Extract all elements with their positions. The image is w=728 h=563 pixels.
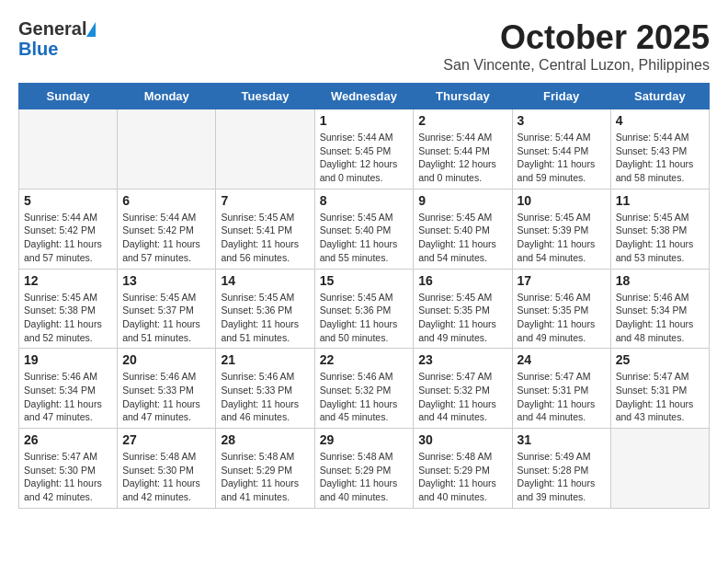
day-number: 16 bbox=[418, 273, 506, 288]
calendar-cell: 13Sunrise: 5:45 AMSunset: 5:37 PMDayligh… bbox=[118, 269, 216, 349]
day-info: Sunrise: 5:47 AMSunset: 5:31 PMDaylight:… bbox=[518, 370, 606, 424]
day-info: Sunrise: 5:44 AMSunset: 5:44 PMDaylight:… bbox=[518, 131, 606, 185]
month-title: October 2025 bbox=[443, 18, 710, 57]
day-number: 6 bbox=[122, 193, 210, 208]
days-of-week-row: SundayMondayTuesdayWednesdayThursdayFrid… bbox=[19, 84, 710, 109]
calendar-cell: 21Sunrise: 5:46 AMSunset: 5:33 PMDayligh… bbox=[216, 349, 314, 429]
day-number: 29 bbox=[320, 432, 409, 447]
day-number: 11 bbox=[616, 193, 704, 208]
calendar-cell: 11Sunrise: 5:45 AMSunset: 5:38 PMDayligh… bbox=[610, 189, 709, 269]
calendar-cell: 29Sunrise: 5:48 AMSunset: 5:29 PMDayligh… bbox=[314, 429, 414, 509]
calendar-cell: 5Sunrise: 5:44 AMSunset: 5:42 PMDaylight… bbox=[19, 189, 118, 269]
day-number: 5 bbox=[24, 193, 112, 208]
day-number: 24 bbox=[518, 352, 606, 367]
calendar-cell: 12Sunrise: 5:45 AMSunset: 5:38 PMDayligh… bbox=[19, 269, 118, 349]
day-number: 19 bbox=[24, 352, 112, 367]
day-number: 26 bbox=[24, 432, 112, 447]
calendar-cell: 7Sunrise: 5:45 AMSunset: 5:41 PMDaylight… bbox=[216, 189, 314, 269]
day-info: Sunrise: 5:45 AMSunset: 5:36 PMDaylight:… bbox=[221, 291, 309, 345]
day-number: 25 bbox=[616, 352, 704, 367]
calendar-cell: 4Sunrise: 5:44 AMSunset: 5:43 PMDaylight… bbox=[610, 109, 709, 190]
day-of-week-header: Monday bbox=[118, 84, 216, 109]
logo-triangle-icon bbox=[86, 22, 96, 37]
day-of-week-header: Sunday bbox=[19, 84, 118, 109]
day-info: Sunrise: 5:46 AMSunset: 5:34 PMDaylight:… bbox=[616, 291, 704, 345]
day-number: 4 bbox=[616, 113, 704, 128]
calendar-cell: 27Sunrise: 5:48 AMSunset: 5:30 PMDayligh… bbox=[118, 429, 216, 509]
calendar-cell bbox=[610, 429, 709, 509]
calendar-body: 1Sunrise: 5:44 AMSunset: 5:45 PMDaylight… bbox=[19, 109, 710, 509]
day-number: 2 bbox=[418, 113, 506, 128]
day-info: Sunrise: 5:46 AMSunset: 5:32 PMDaylight:… bbox=[320, 370, 409, 424]
day-number: 20 bbox=[122, 352, 210, 367]
calendar-cell: 20Sunrise: 5:46 AMSunset: 5:33 PMDayligh… bbox=[118, 349, 216, 429]
day-number: 18 bbox=[616, 273, 704, 288]
day-number: 15 bbox=[320, 273, 409, 288]
day-info: Sunrise: 5:46 AMSunset: 5:33 PMDaylight:… bbox=[221, 370, 309, 424]
day-number: 21 bbox=[221, 352, 309, 367]
day-info: Sunrise: 5:45 AMSunset: 5:40 PMDaylight:… bbox=[320, 211, 409, 265]
day-info: Sunrise: 5:44 AMSunset: 5:43 PMDaylight:… bbox=[616, 131, 704, 185]
calendar-cell: 28Sunrise: 5:48 AMSunset: 5:29 PMDayligh… bbox=[216, 429, 314, 509]
logo-blue-text: Blue bbox=[18, 39, 58, 59]
day-info: Sunrise: 5:48 AMSunset: 5:29 PMDaylight:… bbox=[418, 450, 506, 504]
day-of-week-header: Wednesday bbox=[314, 84, 414, 109]
day-info: Sunrise: 5:47 AMSunset: 5:32 PMDaylight:… bbox=[418, 370, 506, 424]
day-number: 17 bbox=[518, 273, 606, 288]
calendar-cell: 1Sunrise: 5:44 AMSunset: 5:45 PMDaylight… bbox=[314, 109, 414, 190]
day-info: Sunrise: 5:48 AMSunset: 5:29 PMDaylight:… bbox=[221, 450, 309, 504]
day-info: Sunrise: 5:45 AMSunset: 5:35 PMDaylight:… bbox=[418, 291, 506, 345]
day-info: Sunrise: 5:45 AMSunset: 5:38 PMDaylight:… bbox=[616, 211, 704, 265]
calendar-cell: 31Sunrise: 5:49 AMSunset: 5:28 PMDayligh… bbox=[512, 429, 610, 509]
calendar-cell: 23Sunrise: 5:47 AMSunset: 5:32 PMDayligh… bbox=[414, 349, 512, 429]
day-info: Sunrise: 5:45 AMSunset: 5:38 PMDaylight:… bbox=[24, 291, 112, 345]
day-info: Sunrise: 5:45 AMSunset: 5:36 PMDaylight:… bbox=[320, 291, 409, 345]
calendar-cell: 18Sunrise: 5:46 AMSunset: 5:34 PMDayligh… bbox=[610, 269, 709, 349]
calendar-header: SundayMondayTuesdayWednesdayThursdayFrid… bbox=[19, 84, 710, 109]
calendar-cell: 19Sunrise: 5:46 AMSunset: 5:34 PMDayligh… bbox=[19, 349, 118, 429]
day-info: Sunrise: 5:45 AMSunset: 5:40 PMDaylight:… bbox=[418, 211, 506, 265]
title-section: October 2025 San Vincente, Central Luzon… bbox=[443, 18, 710, 74]
calendar-week-row: 19Sunrise: 5:46 AMSunset: 5:34 PMDayligh… bbox=[19, 349, 710, 429]
calendar-week-row: 5Sunrise: 5:44 AMSunset: 5:42 PMDaylight… bbox=[19, 189, 710, 269]
day-info: Sunrise: 5:44 AMSunset: 5:42 PMDaylight:… bbox=[24, 211, 112, 265]
calendar-cell: 22Sunrise: 5:46 AMSunset: 5:32 PMDayligh… bbox=[314, 349, 414, 429]
day-of-week-header: Thursday bbox=[414, 84, 512, 109]
day-info: Sunrise: 5:48 AMSunset: 5:30 PMDaylight:… bbox=[122, 450, 210, 504]
day-info: Sunrise: 5:46 AMSunset: 5:34 PMDaylight:… bbox=[24, 370, 112, 424]
day-info: Sunrise: 5:45 AMSunset: 5:39 PMDaylight:… bbox=[518, 211, 606, 265]
calendar-cell: 2Sunrise: 5:44 AMSunset: 5:44 PMDaylight… bbox=[414, 109, 512, 190]
day-info: Sunrise: 5:48 AMSunset: 5:29 PMDaylight:… bbox=[320, 450, 409, 504]
calendar-cell: 14Sunrise: 5:45 AMSunset: 5:36 PMDayligh… bbox=[216, 269, 314, 349]
day-number: 28 bbox=[221, 432, 309, 447]
calendar-table: SundayMondayTuesdayWednesdayThursdayFrid… bbox=[18, 83, 710, 509]
day-info: Sunrise: 5:45 AMSunset: 5:41 PMDaylight:… bbox=[221, 211, 309, 265]
calendar-cell: 24Sunrise: 5:47 AMSunset: 5:31 PMDayligh… bbox=[512, 349, 610, 429]
day-number: 10 bbox=[518, 193, 606, 208]
logo-container: General Blue bbox=[18, 18, 96, 59]
day-info: Sunrise: 5:44 AMSunset: 5:42 PMDaylight:… bbox=[122, 211, 210, 265]
day-info: Sunrise: 5:47 AMSunset: 5:31 PMDaylight:… bbox=[616, 370, 704, 424]
logo-general-text: General bbox=[18, 18, 86, 39]
calendar-cell: 30Sunrise: 5:48 AMSunset: 5:29 PMDayligh… bbox=[414, 429, 512, 509]
day-number: 8 bbox=[320, 193, 409, 208]
day-info: Sunrise: 5:44 AMSunset: 5:45 PMDaylight:… bbox=[320, 131, 409, 185]
calendar-cell bbox=[19, 109, 118, 190]
calendar-cell: 6Sunrise: 5:44 AMSunset: 5:42 PMDaylight… bbox=[118, 189, 216, 269]
day-of-week-header: Saturday bbox=[610, 84, 709, 109]
day-info: Sunrise: 5:46 AMSunset: 5:35 PMDaylight:… bbox=[518, 291, 606, 345]
calendar-week-row: 26Sunrise: 5:47 AMSunset: 5:30 PMDayligh… bbox=[19, 429, 710, 509]
day-info: Sunrise: 5:44 AMSunset: 5:44 PMDaylight:… bbox=[418, 131, 506, 185]
calendar-cell: 15Sunrise: 5:45 AMSunset: 5:36 PMDayligh… bbox=[314, 269, 414, 349]
logo: General Blue bbox=[18, 18, 96, 59]
calendar-week-row: 1Sunrise: 5:44 AMSunset: 5:45 PMDaylight… bbox=[19, 109, 710, 190]
day-number: 9 bbox=[418, 193, 506, 208]
logo-top-row: General bbox=[18, 18, 96, 39]
calendar-cell: 25Sunrise: 5:47 AMSunset: 5:31 PMDayligh… bbox=[610, 349, 709, 429]
location-title: San Vincente, Central Luzon, Philippines bbox=[443, 57, 710, 74]
calendar-cell: 26Sunrise: 5:47 AMSunset: 5:30 PMDayligh… bbox=[19, 429, 118, 509]
day-number: 12 bbox=[24, 273, 112, 288]
calendar-cell bbox=[216, 109, 314, 190]
day-number: 22 bbox=[320, 352, 409, 367]
day-of-week-header: Friday bbox=[512, 84, 610, 109]
